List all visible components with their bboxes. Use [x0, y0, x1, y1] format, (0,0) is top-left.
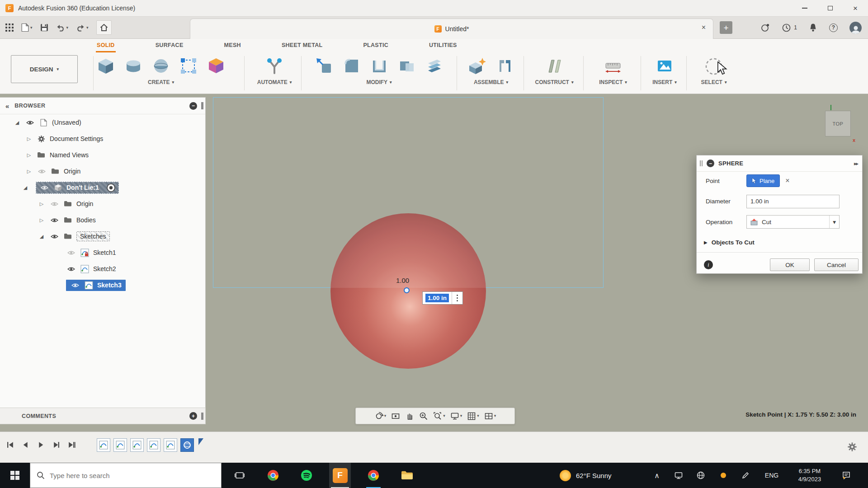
- fit-view-button[interactable]: ▾: [433, 412, 445, 421]
- eye-icon[interactable]: [25, 120, 35, 126]
- dialog-drag-grip[interactable]: [700, 160, 703, 166]
- dialog-header[interactable]: − SPHERE ▸▸: [697, 155, 862, 172]
- expander-icon[interactable]: ▷: [25, 136, 33, 142]
- cancel-button[interactable]: Cancel: [814, 258, 859, 271]
- assemble-menu[interactable]: ASSEMBLE▾: [462, 79, 520, 85]
- objects-to-cut-row[interactable]: ▶ Objects To Cut: [697, 235, 862, 249]
- tab-sheet-metal[interactable]: SHEET METAL: [281, 39, 324, 52]
- comments-panel[interactable]: COMMENTS +: [0, 408, 206, 424]
- view-cube[interactable]: TOP: [825, 111, 851, 136]
- tab-surface[interactable]: SURFACE: [155, 39, 184, 52]
- primitive-box-button[interactable]: [95, 54, 117, 78]
- tray-overflow-button[interactable]: ∧: [650, 463, 664, 488]
- tree-item-unsaved[interactable]: ◢ (Unsaved): [0, 114, 205, 131]
- tree-item-sketch3[interactable]: Sketch3: [0, 277, 205, 293]
- step-back-button[interactable]: [22, 441, 29, 449]
- pan-button[interactable]: [405, 412, 414, 421]
- expander-icon[interactable]: ◢: [14, 120, 21, 126]
- app-grid-button[interactable]: [5, 23, 14, 32]
- tree-item-origin-2[interactable]: ▷ Origin: [0, 196, 205, 212]
- eye-icon[interactable]: [39, 185, 49, 191]
- info-icon[interactable]: i: [704, 260, 713, 269]
- primitive-cylinder-button[interactable]: [123, 54, 145, 78]
- modify-menu[interactable]: MODIFY▾: [306, 79, 453, 85]
- job-status-button[interactable]: 1: [782, 23, 797, 33]
- automate-button[interactable]: [264, 54, 286, 78]
- tray-display-button[interactable]: [672, 463, 685, 488]
- fillet-button[interactable]: [340, 54, 363, 78]
- create-menu[interactable]: CREATE▾: [90, 79, 231, 85]
- tree-item-sketch2[interactable]: Sketch2: [0, 261, 205, 277]
- operation-dropdown[interactable]: Cut ▾: [746, 215, 840, 229]
- dialog-collapse-button[interactable]: −: [707, 160, 714, 167]
- expander-icon[interactable]: ▷: [38, 201, 45, 207]
- selected-item-highlight[interactable]: Sketch3: [66, 280, 126, 291]
- start-button[interactable]: [0, 463, 30, 488]
- skip-to-end-button[interactable]: [68, 441, 75, 449]
- display-settings-button[interactable]: ▾: [450, 412, 462, 421]
- expander-icon[interactable]: ▶: [704, 240, 708, 245]
- add-comment-button[interactable]: +: [189, 412, 197, 420]
- close-button[interactable]: ×: [843, 0, 868, 16]
- tab-solid[interactable]: SOLID: [96, 39, 116, 52]
- collapse-panel-icon[interactable]: «: [5, 102, 9, 110]
- timeline-current-feature-item[interactable]: [180, 438, 194, 452]
- expander-icon[interactable]: ◢: [38, 234, 45, 239]
- file-menu-button[interactable]: ▾: [21, 23, 33, 32]
- orbit-button[interactable]: ▾: [374, 412, 387, 421]
- insert-menu[interactable]: INSERT▾: [643, 79, 686, 85]
- task-view-button[interactable]: [229, 463, 250, 488]
- tree-item-component[interactable]: ◢ Don't Lie:1: [0, 179, 205, 196]
- minimize-button[interactable]: [792, 0, 817, 16]
- eye-icon[interactable]: [49, 217, 59, 223]
- file-explorer-taskbar-button[interactable]: [396, 463, 418, 488]
- dimension-options-menu[interactable]: [452, 292, 462, 304]
- panel-resize-grip[interactable]: [201, 413, 203, 420]
- new-component-button[interactable]: [466, 54, 488, 78]
- offset-face-button[interactable]: [423, 54, 445, 78]
- chrome-taskbar-button-2[interactable]: [363, 463, 384, 488]
- tray-onedrive-button[interactable]: [717, 463, 730, 488]
- user-avatar[interactable]: [849, 22, 862, 34]
- diameter-input[interactable]: 1.00 in: [746, 195, 840, 208]
- inspect-menu[interactable]: INSPECT▾: [587, 79, 639, 85]
- viewports-button[interactable]: ▾: [484, 412, 496, 421]
- notifications-button[interactable]: [809, 23, 817, 33]
- automate-menu[interactable]: AUTOMATE▾: [250, 79, 299, 85]
- eye-off-icon[interactable]: [37, 169, 47, 174]
- play-button[interactable]: [37, 441, 45, 449]
- create-form-button[interactable]: [205, 54, 227, 78]
- expander-icon[interactable]: ▷: [38, 217, 45, 223]
- select-tool-button[interactable]: [703, 54, 725, 78]
- spotify-taskbar-button[interactable]: [296, 463, 317, 488]
- maximize-button[interactable]: [817, 0, 843, 16]
- eye-off-icon[interactable]: [66, 250, 76, 256]
- timeline-sketch-item[interactable]: [147, 438, 160, 452]
- new-document-tab-button[interactable]: +: [720, 21, 732, 34]
- eye-icon[interactable]: [70, 282, 80, 288]
- home-view-button[interactable]: [96, 20, 112, 35]
- insert-canvas-button[interactable]: [654, 54, 676, 78]
- construction-plane-button[interactable]: [543, 54, 566, 78]
- panel-resize-grip[interactable]: [201, 102, 203, 109]
- point-selection-button[interactable]: Plane: [746, 174, 780, 187]
- extensions-button[interactable]: [760, 23, 770, 33]
- zoom-button[interactable]: [419, 412, 428, 421]
- tree-item-named-views[interactable]: ▷ Named Views: [0, 147, 205, 163]
- fusion-360-taskbar-button[interactable]: F: [329, 463, 351, 488]
- expander-icon[interactable]: ▷: [25, 152, 33, 158]
- weather-widget[interactable]: 62°F Sunny: [560, 463, 612, 488]
- tree-item-sketch1[interactable]: Sketch1: [0, 244, 205, 261]
- workspace-switcher[interactable]: DESIGN ▾: [11, 55, 78, 83]
- tray-network-button[interactable]: [694, 463, 708, 488]
- timeline-sketch-item[interactable]: [97, 438, 110, 452]
- expander-icon[interactable]: ▷: [25, 169, 33, 174]
- undo-button[interactable]: ▾: [56, 24, 69, 32]
- timeline-sketch-item[interactable]: [113, 438, 127, 452]
- tray-pen-button[interactable]: [739, 463, 752, 488]
- help-button[interactable]: ?: [829, 23, 838, 32]
- shell-button[interactable]: [368, 54, 390, 78]
- tab-plastic[interactable]: PLASTIC: [362, 39, 389, 52]
- panel-minus-button[interactable]: −: [189, 102, 197, 110]
- press-pull-button[interactable]: [313, 54, 335, 78]
